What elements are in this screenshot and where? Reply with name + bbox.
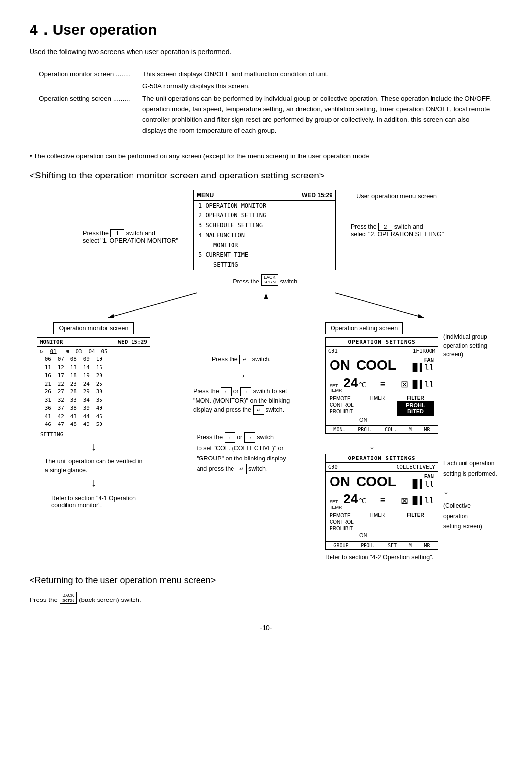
op2-header: OPERATION SETTINGS [326,454,438,463]
press-1-label: Press the 1 switch and [83,229,178,237]
op-setting-col: Operation setting screen OPERATION SETTI… [325,322,502,561]
monitor-screen: MONITOR WED 15:29 ▷01⊞030405 0607080910 … [37,337,150,439]
monitor-col: Operation monitor screen MONITOR WED 15:… [30,322,158,509]
bullet-note: • The collective operation can be perfor… [30,151,502,161]
op2-footer: GROUPPROH.SETMMR [326,541,438,549]
prohi-box: PROHI-BITED [397,401,434,416]
op-header: OPERATION SETTINGS [326,338,438,347]
monitor-footer: SETTING [37,430,150,439]
intro-text: Used the following two screens when user… [30,48,502,56]
select-2-label: select "2. OPERATION SETTING" [351,231,444,238]
temp-unit: ℃ [359,381,366,388]
op-footer: MON.PROH.COL.MMR [326,425,438,433]
svg-line-1 [335,293,424,318]
page-number: -10- [30,624,502,632]
menu-item-1: 1 OPERATION MONITOR [194,201,335,211]
select-1-label: select "1. OPERATION MONITOR" [83,237,178,244]
op-subheader-right: 1F1ROOM [413,348,435,354]
monitor-note: The unit operation can be verified ina s… [45,457,143,476]
info-row1-text2: G-50A normally displays this screen. [142,81,250,92]
temp-value: 24 [343,375,358,390]
op-cool-text: COOL [356,357,396,373]
key-1: 1 [110,229,124,237]
op2-subheader-left: G00 [328,464,338,470]
page-title: 4．User operation [30,20,502,40]
flow-arrows [30,288,502,322]
temp2-unit: ℃ [359,497,366,505]
monitor-screen-label: Operation monitor screen [53,322,133,334]
op2-subheader-right: COLLECTIVELY [397,464,435,470]
monitor-header-left: MONITOR [40,339,63,345]
key-right: → [240,387,251,396]
menu-item-2: 2 OPERATION SETTING [194,211,335,220]
info-row2-label: Operation setting screen ......... [39,93,142,136]
menu-item-5b: SETTING [194,260,335,270]
info-row1-text: This screen displays ON/OFF and malfunct… [142,69,329,80]
op2-cool-text: COOL [356,474,396,490]
monitor-header-right: WED 15:29 [118,339,147,345]
op-setting-screen-label: Operation setting screen [325,322,403,334]
key-2: 2 [378,223,392,231]
op-setting-screen2: OPERATION SETTINGS G00 COLLECTIVELY ON C… [325,454,438,550]
temp2-value: 24 [343,492,358,507]
key-left2: ← [225,432,235,443]
down-arrow-monitor2: ↓ [91,477,97,488]
op-setting-screen: OPERATION SETTINGS G01 1F1ROOM ON COOL [325,337,438,434]
each-unit-note: Each unit operationsetting is performed. [443,459,497,479]
key-enter: ↵ [239,355,250,364]
press-arrow-instr: Press the ← or → switch to set "MON. (MO… [193,387,290,415]
svg-line-0 [108,293,197,318]
key-left: ← [221,387,232,396]
key-right2: → [244,432,255,443]
press-back-label: Press the [233,278,259,285]
returning-note: Press the BACKSCRN (back screen) switch. [30,592,502,604]
menu-item-4b: MONITOR [194,240,335,250]
section1-title: <Shifting to the operation monitor scree… [30,170,502,181]
key-back2: BACKSCRN [60,592,77,604]
individual-note: (Individual groupoperation settingscreen… [443,333,487,358]
menu-item-5: 5 CURRENT TIME [194,250,335,260]
user-operation-menu-label: User operation menu screen [351,190,442,202]
menu-item-3: 3 SCHEDULE SETTING [194,220,335,230]
menu-item-4: 4 MALFUNCTION [194,230,335,240]
refer-op-note: Refer to section "4-2 Operation setting"… [325,554,433,561]
menu-screen: MENU WED 15:29 1 OPERATION MONITOR 2 OPE… [193,190,336,270]
diagram: Press the 1 switch and select "1. OPERAT… [30,190,502,561]
center-instructions: Press the ↵ switch. → Press the ← or → s… [182,352,300,475]
menu-header-left: MENU [197,192,214,199]
op-subheader-left: G01 [328,348,338,354]
menu-header-right: WED 15:29 [302,192,332,199]
op2-on-text: ON [330,474,350,490]
press-2-label: Press the 2 switch and [351,223,444,231]
press-enter-instr: Press the ↵ switch. [212,355,271,364]
down-arrow-monitor: ↓ [91,441,97,452]
key-enter2: ↵ [253,405,264,415]
key-enter3: ↵ [236,464,247,474]
info-row1-label: Operation monitor screen ........ [39,69,142,80]
press-back2-label: switch. [280,278,299,285]
key-back: BACKSCRN [261,274,279,286]
refer-monitor-note: Refer to section "4-1 Operationcondition… [51,495,136,509]
op-on-text: ON [330,357,350,373]
returning-section: <Returning to the user operation menu sc… [30,575,502,604]
collective-note: (Collectiveoperationsetting screen) [443,501,497,531]
info-row2-text: The unit operations can be performed by … [142,93,493,136]
info-box: Operation monitor screen ........ This s… [30,62,502,144]
section2-title: <Returning to the user operation menu sc… [30,575,502,586]
